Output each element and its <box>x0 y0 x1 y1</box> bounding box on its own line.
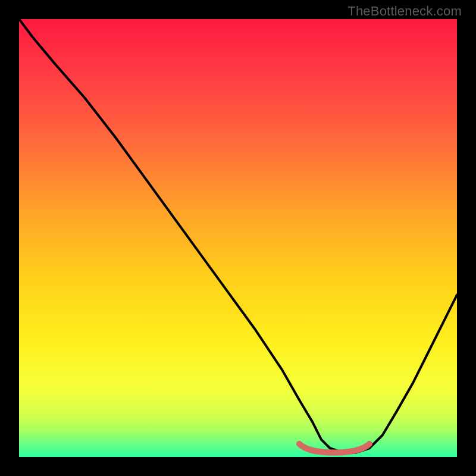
gradient-background <box>19 19 457 457</box>
watermark-label: TheBottleneck.com <box>347 4 462 19</box>
bottleneck-chart <box>19 19 457 457</box>
chart-frame: TheBottleneck.com <box>0 0 476 476</box>
